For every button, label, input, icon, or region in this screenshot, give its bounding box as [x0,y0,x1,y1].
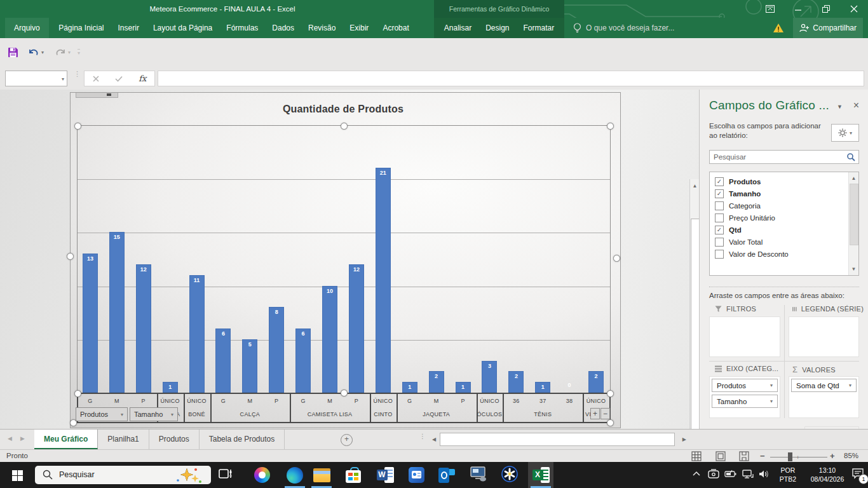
tell-me-box[interactable]: O que você deseja fazer... [573,18,674,38]
sheet-tab-tabela-de-produtos[interactable]: Tabela de Produtos [200,430,285,449]
selection-handle[interactable] [607,123,614,130]
field-checkbox[interactable] [715,201,724,210]
field-button-dropdown-icon[interactable]: ▾ [121,412,123,417]
horizontal-scrollbar[interactable]: ◀ ▶ [431,432,688,447]
customize-qat-button[interactable]: ▾ [78,44,80,60]
sheet-tab-meu-gr-fico[interactable]: Meu Gráfico [34,430,98,449]
values-drop-area[interactable]: Soma de Qtd▾ [789,376,859,418]
sheet-tab-produtos[interactable]: Produtos [149,430,200,449]
normal-view-button[interactable] [691,451,702,461]
field-item-produtos[interactable]: ✓Produtos [710,175,858,187]
selection-handle[interactable] [613,255,620,262]
taskbar-icon-outlook[interactable] [434,462,459,488]
sheet-nav-next-icon[interactable]: ▶ [20,435,25,442]
taskbar-search-box[interactable]: Pesquisar [35,466,211,484]
field-button-dropdown-icon[interactable]: ▾ [171,412,173,417]
ribbon-tab-f-rmulas[interactable]: Fórmulas [219,18,265,38]
redo-dropdown[interactable]: ▾ [68,50,71,55]
taskbar-icon-task-view[interactable] [213,462,238,488]
minimize-button[interactable] [784,0,812,18]
bar-CAMISETA LISA-G[interactable] [295,329,311,393]
pane-search-input[interactable]: Pesquisar [709,150,859,164]
ribbon-tab-dados[interactable]: Dados [265,18,301,38]
tools-button[interactable]: ▾ [831,124,859,142]
ribbon-tab-exibir[interactable]: Exibir [342,18,376,38]
bar-grupo1-P[interactable] [136,264,151,393]
zoom-percentage[interactable]: 85% [844,452,858,459]
chart-field-button-produtos[interactable]: Produtos▾ [76,407,128,421]
taskbar-icon-microsoft-store[interactable] [341,462,366,488]
field-item-tamanho[interactable]: ✓Tamanho [710,187,858,200]
bar-CAMISETA LISA-P[interactable] [349,264,364,393]
restore-button[interactable] [812,0,840,18]
chart-title[interactable]: Quantidade de Produtos [77,104,609,115]
undo-button[interactable]: ▾ [28,44,44,60]
selection-handle[interactable] [607,390,614,397]
field-checkbox[interactable] [715,214,724,222]
sheetbar-splitter[interactable]: ⋮ [419,435,426,438]
tray-chevron-icon[interactable] [693,471,700,476]
page-layout-view-button[interactable] [715,451,726,461]
legend-drop-area[interactable] [789,316,859,357]
ribbon-tab-inserir[interactable]: Inserir [111,18,146,38]
sheet-nav-prev-icon[interactable]: ◀ [8,435,12,442]
tray-battery-icon[interactable] [724,469,737,479]
taskbar-icon-file-explorer[interactable] [309,462,334,488]
field-checkbox[interactable]: ✓ [715,189,724,198]
selection-handle[interactable] [74,123,81,130]
field-list-scrollbar[interactable]: ▲ ▼ [848,172,858,275]
field-item-valor-total[interactable]: Valor Total [710,236,858,248]
bar-CALÇA-G[interactable] [215,329,231,393]
area-chip-produtos[interactable]: Produtos▾ [712,379,778,392]
ribbon-tab-acrobat[interactable]: Acrobat [376,18,416,38]
field-item-valor-de-desconto[interactable]: Valor de Desconto [710,248,858,260]
pane-options-dropdown-icon[interactable]: ▼ [837,104,843,110]
sheet-tab-planilha1[interactable]: Planilha1 [98,430,149,449]
expand-button[interactable]: + [590,408,600,419]
field-list-scroll-thumb[interactable] [850,184,858,245]
insert-function-button[interactable]: fx [139,74,146,83]
chip-dropdown-icon[interactable]: ▾ [770,398,773,404]
notification-center-button[interactable]: 1 [851,468,864,482]
selection-handle[interactable] [607,419,614,426]
pane-close-icon[interactable]: × [853,100,859,111]
horizontal-scroll-thumb[interactable] [440,433,675,446]
undo-dropdown[interactable]: ▾ [41,50,44,55]
chart-top-field-button-sliver[interactable] [76,93,118,98]
field-checkbox[interactable]: ✓ [715,226,724,234]
bar-grupo1-M[interactable] [109,232,125,393]
area-chip-soma-de-qtd[interactable]: Soma de Qtd▾ [791,379,857,392]
taskbar-icon-excel[interactable]: X [528,462,553,488]
tray-volume-icon[interactable] [758,469,771,479]
bar-grupo1-G[interactable] [83,254,98,393]
collapse-button[interactable]: − [600,408,610,419]
ribbon-tab-arquivo[interactable]: Arquivo [5,18,49,38]
bar-CINTO-ÚNICO[interactable] [376,168,391,393]
selection-handle[interactable] [341,390,348,396]
ribbon-tab-design[interactable]: Design [478,18,516,38]
taskbar-icon-blue-card-app[interactable] [403,462,429,488]
filters-drop-area[interactable] [709,316,780,357]
taskbar-icon-virtual-machine[interactable] [466,462,491,488]
warning-icon[interactable] [773,23,784,33]
zoom-out-button[interactable]: − [760,451,765,461]
bar-BONÉ-ÚNICO[interactable] [189,275,205,393]
chip-dropdown-icon[interactable]: ▾ [770,383,773,388]
ribbon-tab-analisar[interactable]: Analisar [437,18,478,38]
cancel-icon[interactable] [93,76,99,82]
scroll-up-icon[interactable]: ▲ [690,180,700,191]
field-checkbox[interactable]: ✓ [715,177,724,186]
ribbon-tab-formatar[interactable]: Formatar [517,18,562,38]
ribbon-tab-p-gina-inicial[interactable]: Página Inicial [51,18,111,38]
plot-area[interactable] [77,125,611,394]
axis-drop-area[interactable]: Produtos▾Tamanho▾ [709,376,780,418]
selection-handle[interactable] [67,253,74,260]
save-button[interactable] [8,44,18,60]
enter-icon[interactable] [115,76,123,82]
start-button[interactable] [6,467,28,484]
name-box[interactable]: ▾ [5,71,67,86]
bar-CALÇA-P[interactable] [269,307,284,393]
selection-handle[interactable] [74,390,81,397]
tray-network-icon[interactable] [742,469,754,479]
taskbar-icon-fan-utility[interactable] [497,462,522,488]
